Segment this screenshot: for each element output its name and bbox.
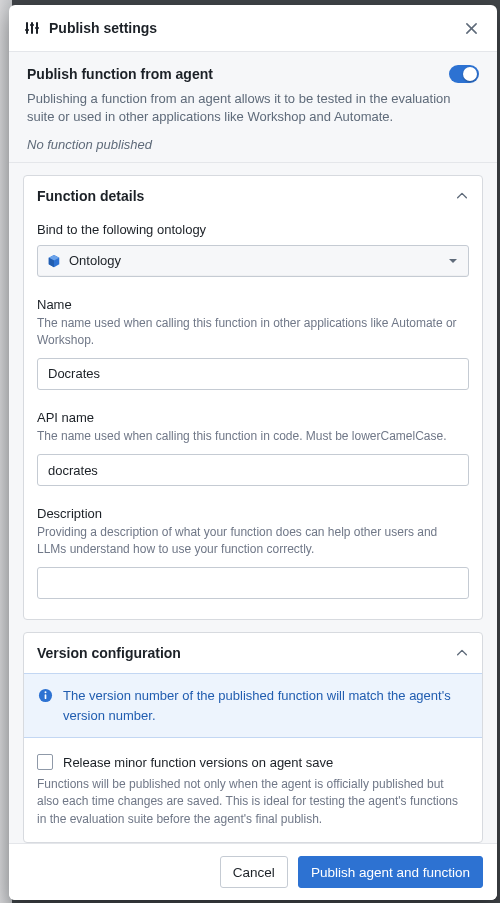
api-name-input[interactable] <box>37 454 469 486</box>
ontology-selected-value: Ontology <box>69 253 121 268</box>
description-input[interactable] <box>37 567 469 599</box>
function-details-card: Function details Bind to the following o… <box>23 175 483 620</box>
function-details-title: Function details <box>37 188 144 204</box>
modal-header: Publish settings <box>9 5 497 52</box>
function-details-body: Bind to the following ontology Ontology <box>24 222 482 619</box>
svg-point-8 <box>44 691 46 693</box>
svg-rect-7 <box>44 694 46 699</box>
modal-title: Publish settings <box>49 20 157 36</box>
release-minor-help: Functions will be published not only whe… <box>24 772 482 842</box>
svg-rect-0 <box>26 22 28 34</box>
modal-body: Publish function from agent Publishing a… <box>9 52 497 843</box>
publish-settings-modal: Publish settings Publish function from a… <box>9 5 497 900</box>
settings-icon <box>24 20 40 36</box>
function-details-header[interactable]: Function details <box>24 176 482 216</box>
name-label: Name <box>37 297 469 312</box>
svg-rect-5 <box>35 27 39 29</box>
intro-title: Publish function from agent <box>27 66 213 82</box>
version-config-header[interactable]: Version configuration <box>24 633 482 673</box>
description-help: Providing a description of what your fun… <box>37 524 469 558</box>
release-minor-label: Release minor function versions on agent… <box>63 755 333 770</box>
version-config-title: Version configuration <box>37 645 181 661</box>
modal-backdrop: Publish settings Publish function from a… <box>0 0 500 903</box>
toggle-knob <box>463 67 477 81</box>
description-label: Description <box>37 506 469 521</box>
publish-button[interactable]: Publish agent and function <box>298 856 483 888</box>
chevron-up-icon <box>455 646 469 660</box>
version-info-banner: The version number of the published func… <box>24 673 482 738</box>
modal-footer: Cancel Publish agent and function <box>9 843 497 900</box>
version-config-card: Version configuration The version number… <box>23 632 483 843</box>
caret-down-icon <box>448 256 458 266</box>
close-button[interactable] <box>460 17 482 39</box>
cancel-button[interactable]: Cancel <box>220 856 288 888</box>
api-name-help: The name used when calling this function… <box>37 428 469 445</box>
name-input[interactable] <box>37 358 469 390</box>
chevron-up-icon <box>455 189 469 203</box>
release-minor-row: Release minor function versions on agent… <box>24 738 482 772</box>
publish-toggle[interactable] <box>449 65 479 83</box>
intro-description: Publishing a function from an agent allo… <box>27 90 479 127</box>
no-function-published: No function published <box>27 137 479 152</box>
svg-rect-4 <box>30 24 34 26</box>
ontology-select[interactable]: Ontology <box>37 245 469 277</box>
intro-section: Publish function from agent Publishing a… <box>9 52 497 163</box>
ontology-label: Bind to the following ontology <box>37 222 469 237</box>
api-name-label: API name <box>37 410 469 425</box>
svg-rect-3 <box>25 29 29 31</box>
close-icon <box>465 22 478 35</box>
version-info-text: The version number of the published func… <box>63 686 469 725</box>
info-icon <box>37 687 53 703</box>
release-minor-checkbox[interactable] <box>37 754 53 770</box>
svg-rect-1 <box>31 22 33 34</box>
name-help: The name used when calling this function… <box>37 315 469 349</box>
cube-icon <box>47 254 61 268</box>
